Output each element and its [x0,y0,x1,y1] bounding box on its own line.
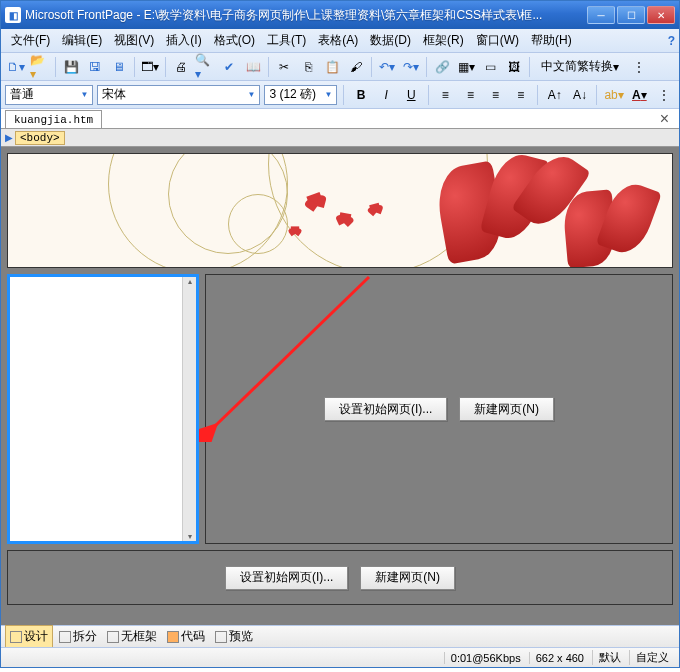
italic-button[interactable]: I [376,84,397,106]
font-color-button[interactable]: A▾ [629,84,650,106]
undo-icon[interactable]: ↶▾ [376,56,398,78]
publish-icon[interactable]: 🖥 [108,56,130,78]
style-combo[interactable]: 普通▼ [5,85,93,105]
toolbar-overflow2-icon[interactable]: ⋮ [654,84,675,106]
menu-frame[interactable]: 框架(R) [417,30,470,51]
tab-close-icon[interactable]: × [654,110,675,128]
formatting-toolbar: 普通▼ 宋体▼ 3 (12 磅)▼ B I U ≡ ≡ ≡ ≡ A↑ A↓ ab… [1,81,679,109]
view-split[interactable]: 拆分 [55,626,101,647]
table-icon[interactable]: ▦▾ [455,56,477,78]
copy-icon[interactable]: ⎘ [297,56,319,78]
menu-format[interactable]: 格式(O) [208,30,261,51]
webcomponent-icon[interactable]: 🔗 [431,56,453,78]
cn-convert-button[interactable]: 中文简繁转换 ▾ [534,56,626,78]
help-icon[interactable]: ? [668,34,675,48]
print-icon[interactable]: 🖨 [170,56,192,78]
menu-table[interactable]: 表格(A) [312,30,364,51]
standard-toolbar: 🗋▾ 📂▾ 💾 🖫 🖥 🗔▾ 🖨 🔍▾ ✔ 📖 ✂ ⎘ 📋 🖌 ↶▾ ↷▾ 🔗 … [1,53,679,81]
status-bar: 0:01@56Kbps 662 x 460 默认 自定义 [1,647,679,667]
menu-data[interactable]: 数据(D) [364,30,417,51]
window-title: Microsoft FrontPage - E:\教学资料\电子商务网页制作\上… [25,7,587,24]
research-icon[interactable]: 📖 [242,56,264,78]
bold-button[interactable]: B [350,84,371,106]
maximize-button[interactable]: ☐ [617,6,645,24]
saveall-icon[interactable]: 🖫 [84,56,106,78]
size-combo[interactable]: 3 (12 磅)▼ [264,85,337,105]
menu-help[interactable]: 帮助(H) [525,30,578,51]
status-default: 默认 [592,650,627,665]
right-frame[interactable]: 设置初始网页(I)... 新建网页(N) [205,274,673,544]
minimize-button[interactable]: ─ [587,6,615,24]
menu-view[interactable]: 视图(V) [108,30,160,51]
set-initial-page-button[interactable]: 设置初始网页(I)... [324,397,447,421]
layer-icon[interactable]: ▭ [479,56,501,78]
menu-tools[interactable]: 工具(T) [261,30,312,51]
breadcrumb-body[interactable]: <body> [15,131,65,145]
preview-icon[interactable]: 🔍▾ [194,56,216,78]
view-noframe[interactable]: 无框架 [103,626,161,647]
view-design[interactable]: 设计 [5,625,53,648]
editor-area: 设置初始网页(I)... 新建网页(N) 设置初始网页(I)... 新建网页(N… [1,147,679,625]
align-left-button[interactable]: ≡ [435,84,456,106]
file-tab-bar: kuangjia.htm × [1,109,679,129]
tag-breadcrumb: ▶ <body> [1,129,679,147]
highlight-button[interactable]: ab▾ [603,84,624,106]
app-icon: ◧ [5,7,21,23]
paste-icon[interactable]: 📋 [321,56,343,78]
format-painter-icon[interactable]: 🖌 [345,56,367,78]
browser-icon[interactable]: 🗔▾ [139,56,161,78]
title-bar: ◧ Microsoft FrontPage - E:\教学资料\电子商务网页制作… [1,1,679,29]
menu-insert[interactable]: 插入(I) [160,30,207,51]
spell-icon[interactable]: ✔ [218,56,240,78]
save-icon[interactable]: 💾 [60,56,82,78]
align-center-button[interactable]: ≡ [460,84,481,106]
view-preview[interactable]: 预览 [211,626,257,647]
menu-edit[interactable]: 编辑(E) [56,30,108,51]
top-frame[interactable] [7,153,673,268]
status-custom: 自定义 [629,650,675,665]
breadcrumb-arrow-icon[interactable]: ▶ [5,132,13,143]
menu-bar: 文件(F) 编辑(E) 视图(V) 插入(I) 格式(O) 工具(T) 表格(A… [1,29,679,53]
redo-icon[interactable]: ↷▾ [400,56,422,78]
decrease-font-button[interactable]: A↓ [569,84,590,106]
menu-file[interactable]: 文件(F) [5,30,56,51]
open-icon[interactable]: 📂▾ [29,56,51,78]
left-frame-selected[interactable] [7,274,199,544]
scrollbar[interactable] [182,277,196,541]
new-page-button-2[interactable]: 新建网页(N) [360,566,455,590]
align-right-button[interactable]: ≡ [485,84,506,106]
align-justify-button[interactable]: ≡ [510,84,531,106]
status-dimensions: 662 x 460 [529,652,590,664]
menu-window[interactable]: 窗口(W) [470,30,525,51]
view-bar: 设计 拆分 无框架 代码 预览 [1,625,679,647]
cut-icon[interactable]: ✂ [273,56,295,78]
file-tab[interactable]: kuangjia.htm [5,110,102,128]
increase-font-button[interactable]: A↑ [544,84,565,106]
bottom-frame[interactable]: 设置初始网页(I)... 新建网页(N) [7,550,673,605]
new-icon[interactable]: 🗋▾ [5,56,27,78]
picture-icon[interactable]: 🖼 [503,56,525,78]
set-initial-page-button-2[interactable]: 设置初始网页(I)... [225,566,348,590]
new-page-button[interactable]: 新建网页(N) [459,397,554,421]
status-speed: 0:01@56Kbps [444,652,527,664]
font-combo[interactable]: 宋体▼ [97,85,260,105]
toolbar-overflow-icon[interactable]: ⋮ [628,56,650,78]
view-code[interactable]: 代码 [163,626,209,647]
underline-button[interactable]: U [401,84,422,106]
close-button[interactable]: ✕ [647,6,675,24]
